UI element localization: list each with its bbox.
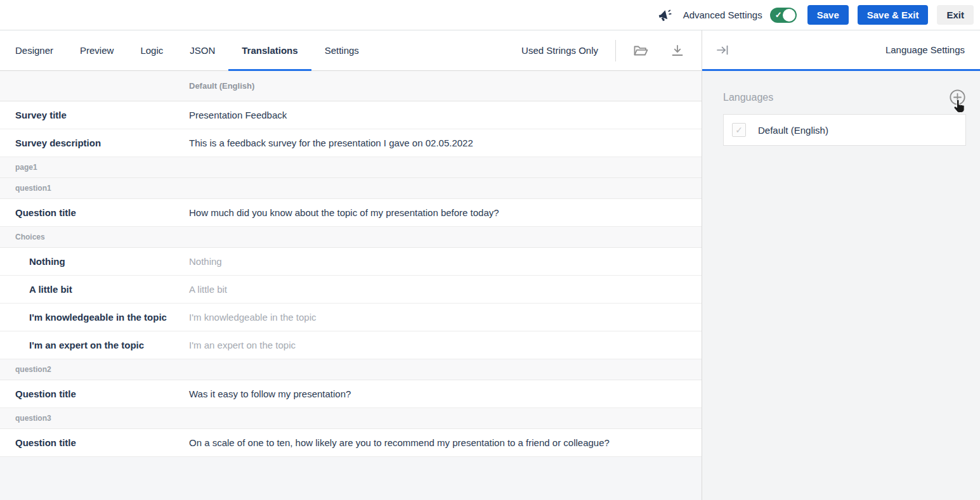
- translations-table: Default (English) Survey titlePresentati…: [0, 71, 702, 500]
- panel-title: Language Settings: [885, 44, 965, 55]
- translation-row: I'm an expert on the topicI'm an expert …: [0, 331, 702, 359]
- save-button[interactable]: Save: [807, 5, 849, 25]
- tab-designer[interactable]: Designer: [2, 30, 67, 70]
- megaphone-icon[interactable]: [657, 8, 672, 22]
- toggle-knob: [783, 9, 795, 22]
- tab-logic[interactable]: Logic: [127, 30, 176, 70]
- tab-preview[interactable]: Preview: [67, 30, 127, 70]
- translation-row: Survey titlePresentation Feedback: [0, 101, 702, 129]
- string-label: I'm an expert on the topic: [0, 331, 189, 359]
- string-label: I'm knowledgeable in the topic: [0, 304, 189, 331]
- translation-value[interactable]: This is a feedback survey for the presen…: [189, 129, 702, 157]
- translation-row: A little bitA little bit: [0, 276, 702, 304]
- header-spacer: [0, 71, 189, 101]
- language-checkbox[interactable]: ✓: [732, 123, 746, 137]
- translation-row: Question titleWas it easy to follow my p…: [0, 380, 702, 408]
- used-strings-only-button[interactable]: Used Strings Only: [521, 45, 598, 56]
- toggle-check-icon: ✓: [775, 10, 782, 18]
- language-settings-panel: Language Settings Languages ✓ Default (E…: [702, 30, 980, 500]
- advanced-settings-label: Advanced Settings: [683, 10, 762, 20]
- workspace: Designer Preview Logic JSON Translations…: [0, 30, 980, 500]
- panel-body: Languages ✓ Default (English): [702, 71, 980, 500]
- translation-row: I'm knowledgeable in the topicI'm knowle…: [0, 304, 702, 331]
- add-language-button[interactable]: [949, 89, 966, 106]
- string-label: Survey description: [0, 129, 189, 157]
- translation-row: Survey descriptionThis is a feedback sur…: [0, 129, 702, 157]
- translation-row: NothingNothing: [0, 248, 702, 276]
- table-header-row: Default (English): [0, 71, 702, 101]
- translation-value[interactable]: How much did you know about the topic of…: [189, 199, 702, 226]
- translation-row: Question titleOn a scale of one to ten, …: [0, 429, 702, 457]
- group-header-row: question3: [0, 408, 702, 429]
- group-header-row: question1: [0, 178, 702, 199]
- tab-json[interactable]: JSON: [176, 30, 228, 70]
- group-header-row: question2: [0, 359, 702, 380]
- languages-header-row: Languages: [723, 89, 966, 106]
- string-label: Question title: [0, 199, 189, 226]
- survey-creator-page: Advanced Settings ✓ Save Save & Exit Exi…: [0, 0, 980, 500]
- string-label: Question title: [0, 380, 189, 407]
- translation-value[interactable]: I'm an expert on the topic: [189, 331, 702, 359]
- language-name: Default (English): [758, 125, 828, 136]
- translation-value[interactable]: On a scale of one to ten, how likely are…: [189, 429, 702, 456]
- toolbar-divider: [615, 40, 616, 61]
- column-header-default-english: Default (English): [189, 71, 254, 101]
- translation-value[interactable]: A little bit: [189, 276, 702, 303]
- main-area: Designer Preview Logic JSON Translations…: [0, 30, 702, 500]
- view-tabbar: Designer Preview Logic JSON Translations…: [0, 30, 702, 71]
- exit-button[interactable]: Exit: [937, 5, 974, 25]
- open-folder-icon[interactable]: [633, 44, 649, 57]
- translation-value[interactable]: Was it easy to follow my presentation?: [189, 380, 702, 407]
- group-header-row: Choices: [0, 227, 702, 248]
- collapse-right-panel-icon[interactable]: [715, 44, 729, 56]
- translations-toolbar: Used Strings Only: [521, 30, 702, 70]
- group-header-row: page1: [0, 157, 702, 178]
- string-label: Survey title: [0, 101, 189, 129]
- translation-value[interactable]: I'm knowledgeable in the topic: [189, 304, 702, 331]
- panel-header: Language Settings: [702, 30, 980, 71]
- language-list-item: ✓ Default (English): [723, 114, 966, 146]
- translation-value[interactable]: Nothing: [189, 248, 702, 275]
- string-label: A little bit: [0, 276, 189, 303]
- string-label: Question title: [0, 429, 189, 456]
- save-and-exit-button[interactable]: Save & Exit: [858, 5, 929, 25]
- top-toolbar: Advanced Settings ✓ Save Save & Exit Exi…: [0, 0, 980, 30]
- translation-row: Question titleHow much did you know abou…: [0, 199, 702, 227]
- string-label: Nothing: [0, 248, 189, 275]
- tab-translations[interactable]: Translations: [228, 30, 311, 70]
- translation-value[interactable]: Presentation Feedback: [189, 101, 702, 129]
- advanced-settings-toggle[interactable]: ✓: [770, 8, 797, 23]
- languages-label: Languages: [723, 92, 773, 103]
- tab-settings[interactable]: Settings: [311, 30, 372, 70]
- download-icon[interactable]: [670, 44, 684, 57]
